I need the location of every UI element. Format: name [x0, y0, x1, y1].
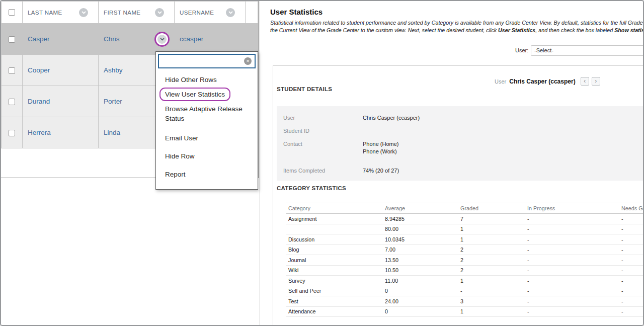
user-select[interactable]: -Select- — [531, 45, 644, 56]
stat-cell: 11.00 — [385, 276, 460, 286]
category-name-cell: Self and Peer — [286, 286, 385, 296]
row-checkbox[interactable] — [9, 67, 15, 74]
row-options-chevron-button[interactable] — [157, 35, 167, 44]
menu-item-hide-row[interactable]: Hide Row — [158, 147, 256, 165]
menu-item-hide-other-rows[interactable]: Hide Other Rows — [158, 72, 256, 87]
menu-item-view-user-statistics[interactable]: View User Statistics — [158, 87, 256, 102]
stat-cell: 10.0345 — [385, 234, 460, 245]
chevron-down-glyph — [160, 38, 165, 41]
stat-cell: - — [621, 306, 644, 317]
statistics-box: User Chris Casper (ccasper) ‹ › STUDENT … — [273, 65, 644, 326]
user-select-label: User: — [515, 47, 528, 53]
row-checkbox-cell — [2, 86, 23, 117]
screenshot-root: LAST NAME FIRST NAME USERN — [0, 0, 644, 326]
header-checkbox-cell — [2, 2, 23, 24]
stat-cell: 0 — [385, 286, 460, 296]
detail-field-items-completed: Items Completed 74% (20 of 27) — [283, 167, 644, 174]
header-last-name: LAST NAME — [23, 2, 99, 24]
menu-item-label: Browse Adaptive Release Status — [165, 105, 243, 122]
stat-cell: 1 — [460, 234, 527, 245]
menu-item-browse-adaptive-release-status[interactable]: Browse Adaptive Release Status — [158, 102, 256, 126]
stat-cell: - — [527, 286, 621, 296]
username-cell: ccasper — [175, 24, 246, 55]
stats-row: Self and Peer0--- — [286, 286, 644, 296]
stat-cell: 3 — [460, 296, 527, 307]
stat-cell: 13.50 — [385, 255, 460, 266]
column-menu-chevron-icon[interactable] — [155, 8, 164, 17]
menu-item-report[interactable]: Report — [158, 165, 256, 183]
category-name-cell: Survey — [286, 276, 385, 286]
stat-cell: 10.50 — [385, 265, 460, 276]
stats-row: Blog7.002-- — [286, 244, 644, 255]
instructions-line-1: Statistical information related to stude… — [270, 19, 644, 27]
stat-cell: 2 — [460, 255, 527, 266]
stats-row: Survey11.001-- — [286, 276, 644, 286]
stat-cell: - — [527, 234, 621, 245]
column-menu-chevron-icon[interactable] — [79, 8, 88, 17]
pager-user-label: User — [495, 78, 506, 85]
column-menu-chevron-icon[interactable] — [226, 8, 235, 17]
stat-cell: - — [527, 276, 621, 286]
student-row-casper[interactable]: Casper Chris ccasper — [2, 24, 258, 55]
row-checkbox[interactable] — [9, 99, 15, 105]
previous-user-button[interactable]: ‹ — [581, 77, 589, 86]
stat-cell: 1 — [460, 276, 527, 286]
stats-row: Discussion10.03451-- — [286, 234, 644, 245]
col-in-progress: In Progress — [527, 203, 621, 214]
panel-divider — [259, 1, 260, 326]
header-first-name: FIRST NAME — [99, 2, 175, 24]
stats-row: Test24.003-- — [286, 296, 644, 307]
page-title: User Statistics — [270, 8, 323, 16]
menu-item-email-user[interactable]: Email User — [158, 129, 256, 147]
stat-cell: - — [527, 255, 621, 266]
category-name-cell: Blog — [286, 244, 385, 255]
stat-cell: - — [621, 296, 644, 307]
menu-search-input[interactable] — [161, 57, 244, 65]
stat-cell: - — [527, 306, 621, 317]
last-name-cell: Herrera — [23, 117, 99, 148]
chevron-down-glyph — [228, 11, 233, 14]
page-instructions: Statistical information related to stude… — [270, 19, 644, 34]
category-name-cell: Journal — [286, 255, 385, 266]
detail-field-user: User Chris Casper (ccasper) — [283, 114, 644, 121]
menu-item-list: Hide Other Rows View User Statistics Bro… — [158, 68, 256, 187]
first-name-text: Chris — [104, 35, 120, 43]
stat-cell: - — [621, 234, 644, 245]
stat-cell: - — [527, 214, 621, 224]
stats-row: 80.001-- — [286, 224, 644, 234]
stat-cell: 2 — [460, 265, 527, 276]
stat-cell: 8.94285 — [385, 214, 460, 224]
col-category: Category — [286, 203, 385, 214]
contact-values: Phone (Home)Phone (Work) — [363, 140, 399, 155]
menu-search-box: × — [158, 54, 256, 68]
header-username: USERNAME — [175, 2, 246, 24]
pager-current-user: Chris Casper (ccasper) — [509, 78, 575, 85]
annotation-circle — [156, 33, 168, 45]
stat-cell: - — [621, 286, 644, 296]
category-name-cell: Wiki — [286, 265, 385, 276]
next-user-button[interactable]: › — [592, 77, 600, 86]
stat-cell: 80.00 — [385, 224, 460, 234]
stat-cell: - — [621, 265, 644, 276]
stat-cell: - — [621, 214, 644, 224]
category-name-cell — [286, 224, 385, 234]
col-average: Average — [385, 203, 460, 214]
category-name-cell: Assignment — [286, 214, 385, 224]
row-context-menu: × Hide Other Rows View User Statistics B… — [155, 51, 258, 190]
menu-item-label: Report — [165, 171, 186, 178]
menu-item-label: View User Statistics — [165, 91, 225, 98]
user-select-value: -Select- — [534, 47, 553, 53]
stat-cell: - — [621, 255, 644, 266]
select-all-checkbox[interactable] — [9, 9, 15, 16]
chevron-down-glyph — [82, 11, 86, 14]
clear-search-icon[interactable]: × — [244, 57, 252, 65]
header-first-name-label: FIRST NAME — [104, 10, 140, 16]
stats-row: Attendance01-- — [286, 306, 644, 317]
category-statistics-table: Category Average Graded In Progress Need… — [286, 203, 644, 317]
stat-cell: 2 — [460, 244, 527, 255]
row-checkbox[interactable] — [9, 130, 15, 136]
stat-cell: 24.00 — [385, 296, 460, 307]
stats-row: Wiki10.502-- — [286, 265, 644, 276]
last-name-cell: Durand — [23, 86, 99, 117]
row-checkbox[interactable] — [9, 36, 15, 43]
